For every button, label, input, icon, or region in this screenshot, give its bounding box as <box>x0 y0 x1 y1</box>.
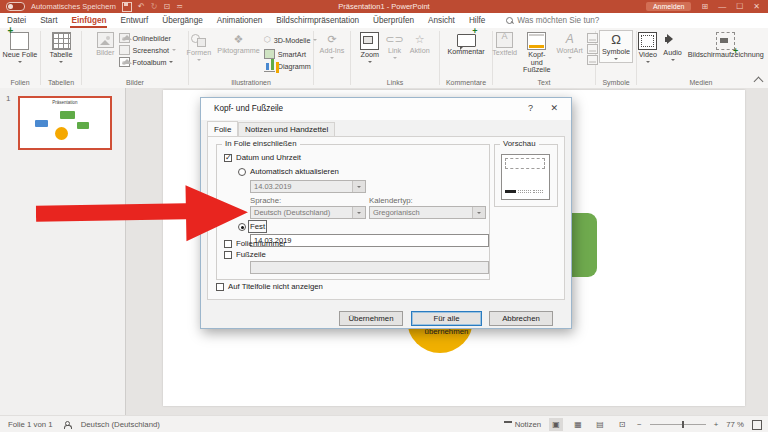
ribbon-group-medien: Video Audio Bildschirmaufzeichnung Medie… <box>637 28 765 88</box>
tab-bildschirmpraesentation[interactable]: Bildschirmpräsentation <box>269 13 366 28</box>
hide-on-title-slide-label[interactable]: Auf Titelfolie nicht anzeigen <box>228 282 323 291</box>
tab-einfuegen[interactable]: Einfügen <box>64 13 113 28</box>
symbols-button[interactable]: Ω Symbole <box>599 30 633 63</box>
photo-album-button[interactable]: Fotoalbum <box>119 57 176 67</box>
textbox-icon: A <box>496 32 513 48</box>
omega-icon: Ω <box>611 33 621 47</box>
language-dropdown: Deutsch (Deutschland) <box>250 206 366 219</box>
date-time-checkbox[interactable] <box>224 154 232 162</box>
online-pictures-icon <box>119 33 130 43</box>
normal-view-button[interactable]: ▣ <box>549 418 563 431</box>
dialog-title: Kopf- und Fußzeile <box>214 104 283 113</box>
autosave-label: Automatisches Speichern <box>31 2 116 11</box>
table-button[interactable]: Tabelle <box>48 30 75 65</box>
preview-footer-placeholder <box>518 190 531 193</box>
slide-thumbnail-panel[interactable]: 1 Präsentation <box>0 88 126 415</box>
video-icon <box>638 32 657 50</box>
link-button[interactable]: ⊂⊃ Link <box>383 30 405 61</box>
chevron-down-icon <box>472 207 485 218</box>
cancel-button[interactable]: Abbrechen <box>489 311 553 326</box>
new-comment-icon <box>457 34 476 47</box>
comment-button[interactable]: Kommentar <box>445 30 486 56</box>
dialog-close-icon[interactable]: ✕ <box>550 103 558 113</box>
zoom-button[interactable]: Zoom <box>358 30 381 65</box>
slideshow-button[interactable]: ⊡ <box>615 418 629 431</box>
slide-sorter-view-button[interactable]: ▦ <box>571 418 585 431</box>
new-slide-button[interactable]: Neue Folie <box>1 30 40 65</box>
dialog-tab-notizen[interactable]: Notizen und Handzettel <box>238 122 335 136</box>
shapes-icon <box>190 32 207 48</box>
ribbon-tab-bar: Datei Start Einfügen Entwurf Übergänge A… <box>0 13 768 29</box>
zoom-in-icon[interactable]: + <box>714 420 719 429</box>
video-button[interactable]: Video <box>636 30 659 65</box>
zoom-slider[interactable] <box>650 424 706 425</box>
footer-label[interactable]: Fußzeile <box>236 250 266 259</box>
screenshot-button[interactable]: Screenshot <box>119 45 176 55</box>
header-footer-icon <box>527 32 546 50</box>
footer-checkbox[interactable] <box>224 251 232 259</box>
autosave-toggle[interactable] <box>6 2 25 11</box>
reading-view-button[interactable]: ▤ <box>593 418 607 431</box>
hide-on-title-slide-checkbox[interactable] <box>216 283 224 291</box>
tab-uebergaenge[interactable]: Übergänge <box>155 13 210 28</box>
zoom-out-icon[interactable]: − <box>637 420 642 429</box>
red-annotation-arrow <box>35 182 250 248</box>
chart-button[interactable]: Diagramm <box>264 61 318 72</box>
auto-update-radio[interactable] <box>238 168 246 176</box>
chevron-down-icon <box>368 61 372 65</box>
preview-title-placeholder <box>505 158 545 169</box>
status-bar: Folie 1 von 1 Deutsch (Deutschland) Noti… <box>0 415 768 432</box>
icons-button[interactable]: ❖ Piktogramme <box>215 30 261 55</box>
tab-animationen[interactable]: Animationen <box>210 13 270 28</box>
dialog-tab-folie[interactable]: Folie <box>207 121 238 136</box>
slide-thumbnail[interactable]: Präsentation <box>18 96 112 150</box>
start-presentation-icon[interactable]: ⊡ <box>163 2 170 12</box>
addins-button[interactable]: ⟳ Add-Ins <box>318 30 347 61</box>
smartart-button[interactable]: SmartArt <box>264 49 318 59</box>
screen-recording-button[interactable]: Bildschirmaufzeichnung <box>686 30 766 59</box>
zoom-level[interactable]: 77 % <box>726 420 744 429</box>
save-icon[interactable] <box>122 2 132 12</box>
notes-button[interactable]: Notizen <box>504 420 541 429</box>
tab-ueberpruefen[interactable]: Überprüfen <box>366 13 421 28</box>
dialog-help-icon[interactable]: ? <box>528 103 533 113</box>
fixed-label[interactable]: Fest <box>250 222 265 231</box>
anmelden-button[interactable]: Anmelden <box>646 2 692 11</box>
ribbon-group-illustrationen: Formen ❖ Piktogramme ⬡3D-Modelle SmartAr… <box>189 28 313 88</box>
chevron-down-icon <box>352 181 365 192</box>
tab-start[interactable]: Start <box>33 13 64 28</box>
fit-slide-icon[interactable] <box>752 420 762 430</box>
ribbon-display-options-icon[interactable]: ⊞ <box>701 2 708 11</box>
close-icon[interactable]: ✕ <box>753 2 760 11</box>
tab-entwurf[interactable]: Entwurf <box>113 13 155 28</box>
audio-button[interactable]: Audio <box>661 30 683 63</box>
thumbnail-shape-blue <box>35 120 48 127</box>
accessibility-icon[interactable] <box>63 421 71 429</box>
date-time-label[interactable]: Datum und Uhrzeit <box>236 153 301 162</box>
language-indicator[interactable]: Deutsch (Deutschland) <box>81 420 160 429</box>
slide-number: 1 <box>6 94 10 103</box>
dialog-titlebar[interactable]: Kopf- und Fußzeile ? ✕ <box>201 98 571 120</box>
3d-models-button[interactable]: ⬡3D-Modelle <box>264 33 318 47</box>
icons-icon: ❖ <box>234 32 244 46</box>
header-footer-button[interactable]: Kopf- und Fußzeile <box>521 30 553 74</box>
wordart-button[interactable]: A WordArt <box>555 30 585 61</box>
undo-icon[interactable]: ↶ <box>138 2 145 12</box>
quick-access-more-icon[interactable]: ≂ <box>176 2 183 12</box>
apply-button[interactable]: Übernehmen <box>339 311 403 326</box>
tab-datei[interactable]: Datei <box>0 13 33 28</box>
footer-text-input <box>250 261 489 274</box>
minimize-icon[interactable]: — <box>718 2 726 11</box>
shapes-button[interactable]: Formen <box>185 30 214 63</box>
apply-to-all-button[interactable]: Für alle übernehmen <box>411 311 482 326</box>
textbox-button[interactable]: A Textfeld <box>490 30 519 57</box>
3d-models-icon: ⬡ <box>264 33 271 47</box>
pictures-button[interactable]: Bilder <box>94 30 116 57</box>
tab-ansicht[interactable]: Ansicht <box>421 13 462 28</box>
online-pictures-button[interactable]: Onlinebilder <box>119 33 176 43</box>
maximize-icon[interactable]: ☐ <box>736 2 743 11</box>
action-button[interactable]: ☆ Aktion <box>408 30 432 55</box>
auto-update-label[interactable]: Automatisch aktualisieren <box>250 167 339 176</box>
tell-me-search[interactable]: Was möchten Sie tun? <box>506 16 599 25</box>
preview-date-placeholder-active <box>505 190 516 193</box>
